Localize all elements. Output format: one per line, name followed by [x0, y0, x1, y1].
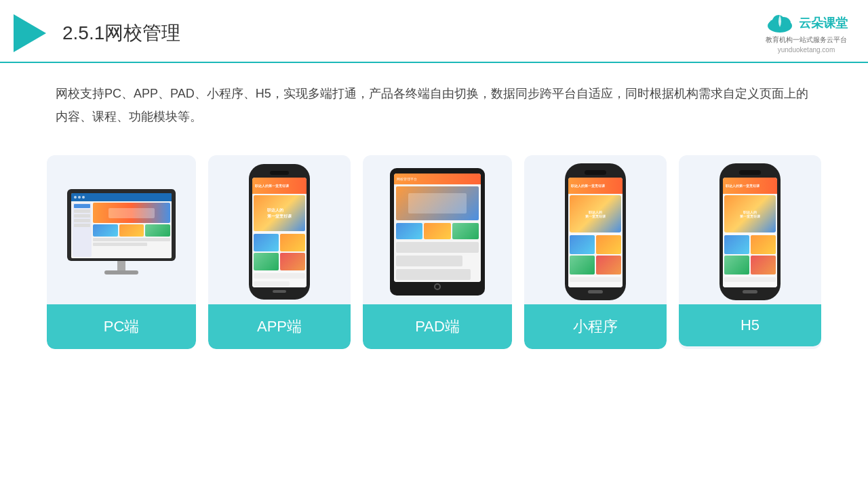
- monitor-mockup: [67, 189, 176, 274]
- phone-mockup-h5: 职达人的第一堂烹饪课 职达人的第一堂烹饪课: [719, 163, 781, 300]
- card-pad-label: PAD端: [363, 304, 512, 349]
- play-icon: [14, 14, 46, 52]
- description-text: 网校支持PC、APP、PAD、小程序、H5，实现多端打通，产品各终端自由切换，数…: [0, 63, 868, 135]
- brand-icon-row: 云朵课堂: [765, 12, 848, 34]
- card-app-image: 职达人的第一堂烹饪课 职达人的第一堂烹饪课: [208, 155, 351, 304]
- card-mini: 职达人的第一堂烹饪课 职达人的第一堂烹饪课: [524, 155, 667, 349]
- brand-logo: 云朵课堂 教育机构一站式服务云平台 yunduoketang.com: [765, 12, 848, 54]
- card-app-label: APP端: [208, 304, 351, 349]
- svg-point-3: [772, 15, 785, 27]
- card-pc-label: PC端: [47, 304, 196, 349]
- cards-container: PC端 职达人的第一堂烹饪课 职达人的第一堂烹饪课: [0, 142, 868, 363]
- page-header: 2.5.1网校管理 云朵课堂 教育机构一站式服务云平台 yunduoketang…: [0, 0, 868, 63]
- phone-mockup-mini: 职达人的第一堂烹饪课 职达人的第一堂烹饪课: [565, 163, 626, 300]
- card-mini-image: 职达人的第一堂烹饪课 职达人的第一堂烹饪课: [524, 155, 667, 304]
- card-app: 职达人的第一堂烹饪课 职达人的第一堂烹饪课: [208, 155, 351, 349]
- brand-url: yunduoketang.com: [778, 46, 835, 54]
- card-pad-image: 网校管理平台: [363, 155, 512, 304]
- phone-mockup-app: 职达人的第一堂烹饪课 职达人的第一堂烹饪课: [249, 164, 310, 300]
- page-title: 2.5.1网校管理: [62, 20, 180, 46]
- cloud-icon: [765, 12, 795, 34]
- card-pc: PC端: [47, 155, 196, 349]
- tablet-mockup: 网校管理平台: [390, 168, 485, 296]
- card-h5-label: H5: [679, 304, 821, 346]
- card-h5-image: 职达人的第一堂烹饪课 职达人的第一堂烹饪课: [679, 155, 821, 304]
- card-pad: 网校管理平台: [363, 155, 512, 349]
- brand-slogan: 教育机构一站式服务云平台: [766, 35, 847, 45]
- card-h5: 职达人的第一堂烹饪课 职达人的第一堂烹饪课: [679, 155, 821, 349]
- header-left: 2.5.1网校管理: [14, 14, 180, 52]
- card-pc-image: [47, 155, 196, 304]
- card-mini-label: 小程序: [524, 304, 667, 349]
- brand-name: 云朵课堂: [799, 15, 848, 31]
